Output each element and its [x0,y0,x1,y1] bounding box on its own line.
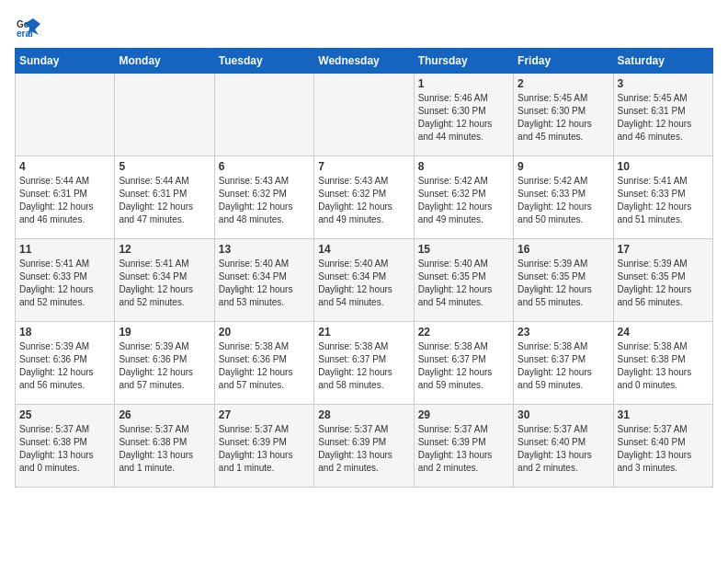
cell-content: Sunrise: 5:39 AM Sunset: 6:35 PM Dayligh… [518,258,609,309]
day-number: 22 [418,326,509,339]
calendar-cell: 13Sunrise: 5:40 AM Sunset: 6:34 PM Dayli… [214,239,313,322]
calendar-cell: 27Sunrise: 5:37 AM Sunset: 6:39 PM Dayli… [214,405,313,488]
day-number: 7 [318,160,409,173]
cell-content: Sunrise: 5:38 AM Sunset: 6:37 PM Dayligh… [418,340,509,392]
cell-content: Sunrise: 5:43 AM Sunset: 6:32 PM Dayligh… [318,175,409,226]
day-number: 2 [518,77,609,90]
day-number: 10 [618,160,709,173]
cell-content: Sunrise: 5:37 AM Sunset: 6:40 PM Dayligh… [618,423,709,475]
cell-content: Sunrise: 5:41 AM Sunset: 6:33 PM Dayligh… [19,258,110,309]
calendar-week-1: 1Sunrise: 5:46 AM Sunset: 6:30 PM Daylig… [16,74,713,156]
calendar-week-5: 25Sunrise: 5:37 AM Sunset: 6:38 PM Dayli… [16,405,713,488]
day-number: 23 [518,326,609,339]
calendar-cell: 8Sunrise: 5:42 AM Sunset: 6:32 PM Daylig… [414,156,513,239]
calendar-cell: 14Sunrise: 5:40 AM Sunset: 6:34 PM Dayli… [314,239,414,322]
calendar-cell [314,74,414,156]
cell-content: Sunrise: 5:37 AM Sunset: 6:38 PM Dayligh… [119,423,210,475]
day-number: 31 [618,408,709,421]
cell-content: Sunrise: 5:37 AM Sunset: 6:40 PM Dayligh… [518,423,609,475]
logo: Gen eral [15,15,44,40]
calendar-cell: 2Sunrise: 5:45 AM Sunset: 6:30 PM Daylig… [514,74,613,156]
day-number: 30 [518,408,609,421]
header-cell-tuesday: Tuesday [214,49,313,74]
calendar-cell: 5Sunrise: 5:44 AM Sunset: 6:31 PM Daylig… [115,156,214,239]
day-number: 12 [119,243,210,256]
day-number: 13 [219,243,310,256]
cell-content: Sunrise: 5:41 AM Sunset: 6:34 PM Dayligh… [119,258,210,309]
calendar-cell: 24Sunrise: 5:38 AM Sunset: 6:38 PM Dayli… [613,322,712,405]
day-number: 16 [518,243,609,256]
day-number: 14 [318,243,409,256]
day-number: 29 [418,408,509,421]
cell-content: Sunrise: 5:39 AM Sunset: 6:35 PM Dayligh… [618,258,709,309]
header: Gen eral [15,15,713,40]
calendar-cell [214,74,313,156]
day-number: 5 [119,160,210,173]
day-number: 6 [219,160,310,173]
cell-content: Sunrise: 5:40 AM Sunset: 6:34 PM Dayligh… [318,258,409,309]
day-number: 15 [418,243,509,256]
cell-content: Sunrise: 5:40 AM Sunset: 6:35 PM Dayligh… [418,258,509,309]
cell-content: Sunrise: 5:46 AM Sunset: 6:30 PM Dayligh… [418,92,509,144]
calendar-cell: 22Sunrise: 5:38 AM Sunset: 6:37 PM Dayli… [414,322,513,405]
calendar-cell: 26Sunrise: 5:37 AM Sunset: 6:38 PM Dayli… [115,405,214,488]
cell-content: Sunrise: 5:45 AM Sunset: 6:30 PM Dayligh… [518,92,609,144]
cell-content: Sunrise: 5:38 AM Sunset: 6:37 PM Dayligh… [518,340,609,392]
cell-content: Sunrise: 5:42 AM Sunset: 6:33 PM Dayligh… [518,175,609,226]
calendar-cell: 28Sunrise: 5:37 AM Sunset: 6:39 PM Dayli… [314,405,414,488]
calendar-cell: 29Sunrise: 5:37 AM Sunset: 6:39 PM Dayli… [414,405,513,488]
day-number: 27 [219,408,310,421]
calendar-cell: 31Sunrise: 5:37 AM Sunset: 6:40 PM Dayli… [613,405,712,488]
logo-icon: Gen eral [15,15,40,40]
calendar-cell [115,74,214,156]
cell-content: Sunrise: 5:38 AM Sunset: 6:38 PM Dayligh… [618,340,709,392]
cell-content: Sunrise: 5:37 AM Sunset: 6:38 PM Dayligh… [19,423,110,475]
calendar-cell: 16Sunrise: 5:39 AM Sunset: 6:35 PM Dayli… [514,239,613,322]
day-number: 1 [418,77,509,90]
cell-content: Sunrise: 5:37 AM Sunset: 6:39 PM Dayligh… [418,423,509,475]
header-cell-saturday: Saturday [613,49,712,74]
day-number: 21 [318,326,409,339]
calendar-week-4: 18Sunrise: 5:39 AM Sunset: 6:36 PM Dayli… [16,322,713,405]
calendar-cell: 15Sunrise: 5:40 AM Sunset: 6:35 PM Dayli… [414,239,513,322]
calendar-cell: 20Sunrise: 5:38 AM Sunset: 6:36 PM Dayli… [214,322,313,405]
cell-content: Sunrise: 5:45 AM Sunset: 6:31 PM Dayligh… [618,92,709,144]
calendar-cell: 9Sunrise: 5:42 AM Sunset: 6:33 PM Daylig… [514,156,613,239]
cell-content: Sunrise: 5:40 AM Sunset: 6:34 PM Dayligh… [219,258,310,309]
header-cell-sunday: Sunday [16,49,115,74]
day-number: 8 [418,160,509,173]
calendar-cell: 10Sunrise: 5:41 AM Sunset: 6:33 PM Dayli… [613,156,712,239]
day-number: 9 [518,160,609,173]
day-number: 3 [618,77,709,90]
cell-content: Sunrise: 5:39 AM Sunset: 6:36 PM Dayligh… [19,340,110,392]
calendar-cell: 11Sunrise: 5:41 AM Sunset: 6:33 PM Dayli… [16,239,115,322]
calendar-cell [16,74,115,156]
calendar-week-3: 11Sunrise: 5:41 AM Sunset: 6:33 PM Dayli… [16,239,713,322]
day-number: 18 [19,326,110,339]
calendar-cell: 23Sunrise: 5:38 AM Sunset: 6:37 PM Dayli… [514,322,613,405]
day-number: 25 [19,408,110,421]
cell-content: Sunrise: 5:44 AM Sunset: 6:31 PM Dayligh… [119,175,210,226]
cell-content: Sunrise: 5:41 AM Sunset: 6:33 PM Dayligh… [618,175,709,226]
calendar-cell: 4Sunrise: 5:44 AM Sunset: 6:31 PM Daylig… [16,156,115,239]
day-number: 19 [119,326,210,339]
calendar-cell: 3Sunrise: 5:45 AM Sunset: 6:31 PM Daylig… [613,74,712,156]
cell-content: Sunrise: 5:37 AM Sunset: 6:39 PM Dayligh… [318,423,409,475]
day-number: 28 [318,408,409,421]
calendar-cell: 18Sunrise: 5:39 AM Sunset: 6:36 PM Dayli… [16,322,115,405]
header-cell-wednesday: Wednesday [314,49,414,74]
day-number: 26 [119,408,210,421]
day-number: 24 [618,326,709,339]
day-number: 17 [618,243,709,256]
cell-content: Sunrise: 5:44 AM Sunset: 6:31 PM Dayligh… [19,175,110,226]
calendar-cell: 12Sunrise: 5:41 AM Sunset: 6:34 PM Dayli… [115,239,214,322]
header-cell-friday: Friday [514,49,613,74]
header-cell-monday: Monday [115,49,214,74]
day-number: 11 [19,243,110,256]
calendar-cell: 25Sunrise: 5:37 AM Sunset: 6:38 PM Dayli… [16,405,115,488]
calendar-week-2: 4Sunrise: 5:44 AM Sunset: 6:31 PM Daylig… [16,156,713,239]
cell-content: Sunrise: 5:38 AM Sunset: 6:37 PM Dayligh… [318,340,409,392]
cell-content: Sunrise: 5:37 AM Sunset: 6:39 PM Dayligh… [219,423,310,475]
header-cell-thursday: Thursday [414,49,513,74]
calendar-table: SundayMondayTuesdayWednesdayThursdayFrid… [15,48,713,488]
